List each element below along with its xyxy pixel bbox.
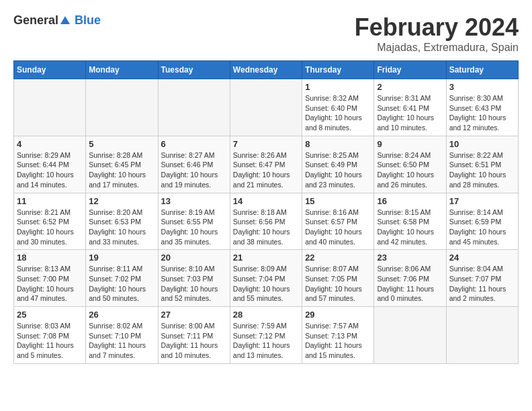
day-number: 2: [377, 82, 443, 92]
calendar-cell: [230, 79, 302, 136]
week-row-2: 4Sunrise: 8:29 AM Sunset: 6:44 PM Daylig…: [14, 136, 519, 193]
calendar-cell: [374, 307, 446, 364]
calendar-cell: 21Sunrise: 8:09 AM Sunset: 7:04 PM Dayli…: [230, 250, 302, 307]
day-info: Sunrise: 8:15 AM Sunset: 6:58 PM Dayligh…: [377, 208, 443, 247]
svg-marker-0: [60, 16, 70, 24]
header-wednesday: Wednesday: [230, 61, 302, 79]
calendar-cell: 26Sunrise: 8:02 AM Sunset: 7:10 PM Dayli…: [86, 307, 158, 364]
day-info: Sunrise: 7:59 AM Sunset: 7:12 PM Dayligh…: [233, 321, 299, 361]
calendar-cell: 16Sunrise: 8:15 AM Sunset: 6:58 PM Dayli…: [374, 193, 446, 250]
day-number: 12: [89, 196, 154, 206]
day-number: 15: [305, 196, 371, 206]
day-number: 23: [377, 253, 443, 263]
calendar-cell: 11Sunrise: 8:21 AM Sunset: 6:52 PM Dayli…: [14, 193, 86, 250]
calendar-cell: [86, 79, 158, 136]
day-number: 17: [449, 196, 515, 206]
day-info: Sunrise: 8:04 AM Sunset: 7:07 PM Dayligh…: [449, 264, 515, 304]
calendar-cell: 28Sunrise: 7:59 AM Sunset: 7:12 PM Dayli…: [230, 307, 302, 364]
calendar-cell: 3Sunrise: 8:30 AM Sunset: 6:43 PM Daylig…: [446, 79, 518, 136]
day-info: Sunrise: 8:06 AM Sunset: 7:06 PM Dayligh…: [377, 264, 443, 304]
calendar-cell: 13Sunrise: 8:19 AM Sunset: 6:55 PM Dayli…: [158, 193, 230, 250]
day-info: Sunrise: 8:00 AM Sunset: 7:11 PM Dayligh…: [161, 321, 227, 361]
day-number: 9: [377, 139, 443, 149]
day-info: Sunrise: 8:32 AM Sunset: 6:40 PM Dayligh…: [305, 93, 371, 133]
day-number: 18: [17, 253, 83, 263]
day-number: 25: [17, 310, 83, 320]
day-number: 10: [449, 139, 515, 149]
calendar-cell: 23Sunrise: 8:06 AM Sunset: 7:06 PM Dayli…: [374, 250, 446, 307]
header-friday: Friday: [374, 61, 446, 79]
calendar-cell: 14Sunrise: 8:18 AM Sunset: 6:56 PM Dayli…: [230, 193, 302, 250]
day-info: Sunrise: 8:10 AM Sunset: 7:03 PM Dayligh…: [161, 264, 227, 304]
title-area: February 2024 Majadas, Extremadura, Spai…: [355, 13, 519, 54]
calendar-cell: 10Sunrise: 8:22 AM Sunset: 6:51 PM Dayli…: [446, 136, 518, 193]
day-info: Sunrise: 8:22 AM Sunset: 6:51 PM Dayligh…: [449, 150, 515, 190]
logo-icon: [59, 15, 71, 27]
day-number: 27: [161, 310, 227, 320]
day-number: 13: [161, 196, 227, 206]
week-row-3: 11Sunrise: 8:21 AM Sunset: 6:52 PM Dayli…: [14, 193, 519, 250]
week-row-1: 1Sunrise: 8:32 AM Sunset: 6:40 PM Daylig…: [14, 79, 519, 136]
day-info: Sunrise: 8:14 AM Sunset: 6:59 PM Dayligh…: [449, 208, 515, 247]
day-info: Sunrise: 8:27 AM Sunset: 6:46 PM Dayligh…: [161, 150, 227, 190]
calendar-cell: 27Sunrise: 8:00 AM Sunset: 7:11 PM Dayli…: [158, 307, 230, 364]
header-thursday: Thursday: [302, 61, 374, 79]
day-number: 20: [161, 253, 227, 263]
day-number: 4: [17, 139, 83, 149]
day-number: 24: [449, 253, 515, 263]
day-number: 19: [89, 253, 154, 263]
day-info: Sunrise: 8:11 AM Sunset: 7:02 PM Dayligh…: [89, 264, 154, 304]
day-info: Sunrise: 8:03 AM Sunset: 7:08 PM Dayligh…: [17, 321, 83, 361]
day-info: Sunrise: 8:13 AM Sunset: 7:00 PM Dayligh…: [17, 264, 83, 304]
day-info: Sunrise: 8:09 AM Sunset: 7:04 PM Dayligh…: [233, 264, 299, 304]
day-number: 11: [17, 196, 83, 206]
calendar-cell: [446, 307, 518, 364]
calendar-cell: 4Sunrise: 8:29 AM Sunset: 6:44 PM Daylig…: [14, 136, 86, 193]
day-number: 22: [305, 253, 371, 263]
day-info: Sunrise: 8:02 AM Sunset: 7:10 PM Dayligh…: [89, 321, 154, 361]
day-info: Sunrise: 8:16 AM Sunset: 6:57 PM Dayligh…: [305, 208, 371, 247]
calendar-cell: [14, 79, 86, 136]
day-number: 6: [161, 139, 227, 149]
day-info: Sunrise: 8:21 AM Sunset: 6:52 PM Dayligh…: [17, 208, 83, 247]
day-number: 16: [377, 196, 443, 206]
header-tuesday: Tuesday: [158, 61, 230, 79]
logo-general: General: [13, 13, 58, 28]
day-number: 5: [89, 139, 154, 149]
calendar-cell: 12Sunrise: 8:20 AM Sunset: 6:53 PM Dayli…: [86, 193, 158, 250]
month-title: February 2024: [355, 13, 519, 42]
calendar-cell: 18Sunrise: 8:13 AM Sunset: 7:00 PM Dayli…: [14, 250, 86, 307]
day-number: 8: [305, 139, 371, 149]
calendar-cell: 6Sunrise: 8:27 AM Sunset: 6:46 PM Daylig…: [158, 136, 230, 193]
day-info: Sunrise: 7:57 AM Sunset: 7:13 PM Dayligh…: [305, 321, 371, 361]
day-info: Sunrise: 8:24 AM Sunset: 6:50 PM Dayligh…: [377, 150, 443, 190]
calendar-cell: 7Sunrise: 8:26 AM Sunset: 6:47 PM Daylig…: [230, 136, 302, 193]
header-sunday: Sunday: [14, 61, 86, 79]
logo: General Blue: [13, 13, 101, 28]
calendar-cell: [158, 79, 230, 136]
header-row: SundayMondayTuesdayWednesdayThursdayFrid…: [14, 61, 519, 79]
calendar-table: SundayMondayTuesdayWednesdayThursdayFrid…: [13, 60, 519, 364]
day-info: Sunrise: 8:19 AM Sunset: 6:55 PM Dayligh…: [161, 208, 227, 247]
day-info: Sunrise: 8:31 AM Sunset: 6:41 PM Dayligh…: [377, 93, 443, 133]
day-number: 29: [305, 310, 371, 320]
calendar-cell: 8Sunrise: 8:25 AM Sunset: 6:49 PM Daylig…: [302, 136, 374, 193]
calendar-cell: 20Sunrise: 8:10 AM Sunset: 7:03 PM Dayli…: [158, 250, 230, 307]
day-number: 26: [89, 310, 154, 320]
day-info: Sunrise: 8:25 AM Sunset: 6:49 PM Dayligh…: [305, 150, 371, 190]
calendar-cell: 9Sunrise: 8:24 AM Sunset: 6:50 PM Daylig…: [374, 136, 446, 193]
day-info: Sunrise: 8:30 AM Sunset: 6:43 PM Dayligh…: [449, 93, 515, 133]
day-number: 21: [233, 253, 299, 263]
day-info: Sunrise: 8:29 AM Sunset: 6:44 PM Dayligh…: [17, 150, 83, 190]
page-header: General Blue February 2024 Majadas, Extr…: [13, 13, 519, 54]
header-monday: Monday: [86, 61, 158, 79]
day-number: 1: [305, 82, 371, 92]
location-title: Majadas, Extremadura, Spain: [355, 42, 519, 54]
day-number: 7: [233, 139, 299, 149]
calendar-cell: 15Sunrise: 8:16 AM Sunset: 6:57 PM Dayli…: [302, 193, 374, 250]
day-info: Sunrise: 8:28 AM Sunset: 6:45 PM Dayligh…: [89, 150, 154, 190]
header-saturday: Saturday: [446, 61, 518, 79]
day-info: Sunrise: 8:07 AM Sunset: 7:05 PM Dayligh…: [305, 264, 371, 304]
calendar-cell: 29Sunrise: 7:57 AM Sunset: 7:13 PM Dayli…: [302, 307, 374, 364]
day-number: 14: [233, 196, 299, 206]
